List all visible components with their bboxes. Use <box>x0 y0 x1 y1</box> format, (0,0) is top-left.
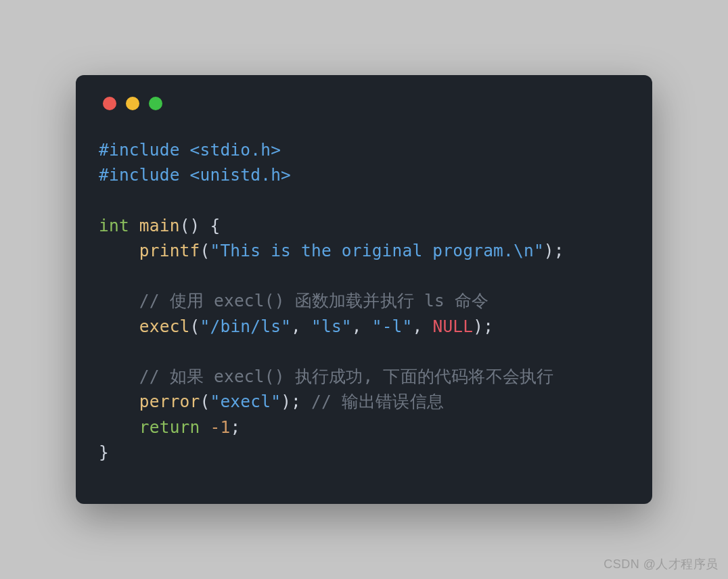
function-perror: perror <box>139 392 200 411</box>
punctuation: ); <box>281 392 311 411</box>
number-literal: -1 <box>210 417 230 437</box>
string-literal: "ls" <box>311 317 352 336</box>
zoom-icon <box>149 97 162 110</box>
punctuation: , <box>291 317 311 336</box>
punctuation: ( <box>200 241 210 260</box>
string-literal: "execl" <box>210 392 281 411</box>
punctuation: ); <box>473 317 493 336</box>
punctuation: ( <box>190 317 200 336</box>
punctuation: , <box>413 317 433 336</box>
comment: // 如果 execl() 执行成功, 下面的代码将不会执行 <box>139 367 554 386</box>
function-main: main <box>139 216 180 235</box>
keyword-int: int <box>99 216 129 235</box>
comment: // 使用 execl() 函数加载并执行 ls 命令 <box>139 291 488 310</box>
punctuation: } <box>99 442 109 462</box>
whitespace <box>200 417 210 437</box>
code-window: #include <stdio.h> #include <unistd.h> i… <box>76 75 652 504</box>
comment: // 输出错误信息 <box>311 392 444 411</box>
include-directive: #include <box>99 140 180 160</box>
punctuation: () { <box>180 216 221 235</box>
function-printf: printf <box>139 241 200 260</box>
function-execl: execl <box>139 317 190 336</box>
null-literal: NULL <box>432 317 473 336</box>
string-literal: "/bin/ls" <box>200 317 292 336</box>
close-icon <box>103 97 116 110</box>
punctuation: ); <box>544 241 564 260</box>
punctuation: , <box>352 317 372 336</box>
include-directive: #include <box>99 165 180 185</box>
punctuation: ( <box>200 392 210 411</box>
keyword-return: return <box>139 417 200 437</box>
traffic-lights <box>103 97 629 110</box>
punctuation: ; <box>230 417 240 437</box>
string-literal: "This is the original program.\n" <box>210 241 543 260</box>
watermark: CSDN @人才程序员 <box>604 556 719 572</box>
include-header: <stdio.h> <box>190 140 281 160</box>
minimize-icon <box>126 97 139 110</box>
include-header: <unistd.h> <box>190 165 292 185</box>
string-literal: "-l" <box>372 317 413 336</box>
code-block: #include <stdio.h> #include <unistd.h> i… <box>99 137 629 465</box>
